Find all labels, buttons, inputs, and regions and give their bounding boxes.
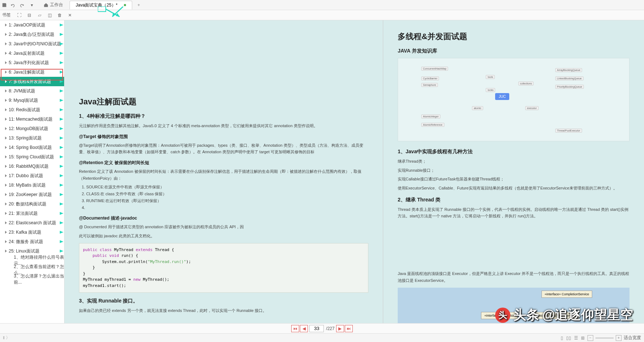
sidebar-item-label: 13: Spring面试题 [9,135,42,141]
sidebar-item[interactable]: 10: Redis面试题 [0,105,64,114]
sidebar-item-label: 18: MyBatis 面试题 [9,182,46,188]
layout-double-icon[interactable]: ▯▯ [566,335,571,341]
dropdown-icon[interactable]: ▾ [28,1,36,9]
chevron-right-icon [5,221,7,224]
trash-icon[interactable]: 🗑 [57,12,63,18]
sidebar-item[interactable]: 8: JVM面试题 [0,86,64,96]
sidebar-subitem[interactable]: 3、怎么清屏？怎么退出当前... [0,275,64,284]
tab-title: Java面试宝典（25）* [76,2,117,8]
sidebar-item-label: 21: 算法面试题 [9,210,38,217]
sidebar-item[interactable]: 16: RabbitMQ面试题 [0,162,64,171]
sidebar-item[interactable]: 18: MyBatis 面试题 [0,180,64,190]
chevron-right-icon [5,108,7,111]
new-tab-button[interactable]: + [135,3,142,8]
body-text: 此可以被例如 javadoc 此类的工具文档化。 [79,233,368,239]
uml-diagram: «interface» CompletionService «interface… [398,288,630,324]
chevron-right-icon [5,42,7,45]
sidebar-item-label: 7: 多线程&并发面试题 [9,79,51,85]
body-text: 继承Thread类； [398,158,630,165]
page-total: /227 [326,326,334,331]
sidebar-item[interactable]: 19: ZooKeeper 面试题 [0,190,64,199]
uml-box: «interface» Executor [481,312,518,319]
body-text: 元注解的作用是负责注解其他注解。Java5.0 定义了 4 个标准的 meta-… [79,122,368,129]
chevron-right-icon [5,146,7,149]
list-item: SOURCE:在源文件中有效（即源文件保留） [86,184,368,191]
sidebar-item[interactable]: 3: Java中的IO与NIO面试题 [0,39,64,49]
sidebar-item-label: 1: JavaOOP面试题 [9,22,45,28]
next-page-button[interactable]: ▶ [336,325,344,332]
chevron-right-icon [5,193,7,196]
body-text: @ Documented 用于描述其它类型的 annotation 应该被作为被… [79,224,368,230]
chevron-right-icon [5,137,7,139]
sidebar-item[interactable]: 5: Java序列化面试题 [0,58,64,67]
uml-box: ExecutorCompletionService [532,312,579,319]
layout-grid-icon[interactable]: ⊞ [581,335,585,341]
bookmark-sidebar[interactable]: 1: JavaOOP面试题2: Java集合/泛型面试题3: Java中的IO与… [0,20,64,323]
sidebar-item[interactable]: 14: Spring Boot面试题 [0,143,64,152]
subheading: @Documented 描述-javadoc [79,215,368,221]
sidebar-item[interactable]: 15: Spring Cloud面试题 [0,152,64,162]
question-heading: 1、Java中实现多线程有几种方法 [398,149,630,155]
sidebar-item[interactable]: 9: Mysql面试题 [0,96,64,105]
sidebar-item-label: 12: MongoDB面试题 [9,126,48,132]
expand-icon[interactable]: ⛶ [16,12,22,18]
sidebar-item[interactable]: 7: 多线程&并发面试题 [0,77,64,86]
layout-single-icon[interactable]: ▯ [561,335,563,341]
document-viewport[interactable]: Java注解面试题 1、4种标准元注解是哪四种？ 元注解的作用是负责注解其他注解… [64,20,644,323]
chevron-right-icon [5,99,7,102]
question-heading: 2、继承 Thread 类 [398,197,630,203]
sidebar-item-label: 14: Spring Boot面试题 [9,145,52,151]
page-icon[interactable]: ▱ [36,12,43,18]
sidebar-item[interactable]: 23: Kafka 面试题 [0,228,64,237]
body-text: 实现Callable接口通过FutureTask包装器来创建Thread线程； [398,176,630,183]
question-heading: 3、实现 Runnable 接口。 [79,298,368,304]
sidebar-item[interactable]: 13: Spring面试题 [0,133,64,143]
document-tab[interactable]: Java面试宝典（25）* [70,1,132,9]
body-text: Thread 类本质上是实现了 Runnable 接口的一个实例，代表一个线程的… [398,206,630,220]
sidebar-item-label: 17: Dubbo 面试题 [9,173,43,179]
last-page-button[interactable]: ⏭ [345,325,353,332]
home-tab[interactable]: 工作台 [40,0,67,10]
ordered-list: SOURCE:在源文件中有效（即源文件保留） CLASS:在 class 文件中… [86,184,368,211]
chevron-right-icon [5,203,7,205]
chevron-right-icon [5,250,7,253]
zoom-in-button[interactable]: + [616,335,622,341]
list-item: RUNTIME:在运行时有效（即运行时保留） [86,197,368,204]
list-item: CLASS:在 class 文件中有效（即 class 保留） [86,191,368,197]
body-text: 实现Runnable接口； [398,167,630,174]
sidebar-item[interactable]: 4: Java反射面试题 [0,49,64,58]
sidebar-item[interactable]: 11: Memcached面试题 [0,114,64,124]
layout-continuous-icon[interactable]: ☰ [574,335,578,341]
chevron-right-icon [5,61,7,64]
bookmark-icon[interactable]: ◫ [46,12,53,18]
sidebar-item[interactable]: 24: 微服务 面试题 [0,237,64,246]
zoom-slider[interactable] [595,338,614,338]
page-navigation: ⏮ ◀ /227 ▶ ⏭ [0,323,644,333]
sidebar-item[interactable]: 12: MongoDB面试题 [0,124,64,133]
sidebar-item[interactable]: 17: Dubbo 面试题 [0,171,64,180]
first-page-button[interactable]: ⏮ [291,325,299,332]
chevron-right-icon [5,80,7,83]
prev-page-button[interactable]: ◀ [300,325,308,332]
redo-icon[interactable] [17,1,26,9]
body-text: Retention 定义了该 Annotation 被保留的时间长短：表示需要在… [79,168,368,182]
sidebar-item[interactable]: 1: JavaOOP面试题 [0,20,64,30]
body-text: Java 里面线程池的顶级接口是 Executor，但是严格意义上讲 Execu… [398,270,630,284]
sidebar-item[interactable]: 21: 算法面试题 [0,209,64,218]
collapse-icon[interactable]: ⊟ [26,12,33,18]
sidebar-item[interactable]: 20: 数据结构面试题 [0,199,64,209]
resize-handle-icon[interactable]: ⦀ 〉 [3,335,10,341]
sidebar-item[interactable]: 22: Elasticsearch 面试题 [0,218,64,228]
chevron-right-icon [5,184,7,187]
zoom-out-button[interactable]: − [587,335,593,341]
save-icon[interactable] [0,1,9,9]
sidebar-item-label: 3、怎么清屏？怎么退出当前... [14,273,64,285]
sidebar-item[interactable]: 6: Java注解面试题 [0,67,64,77]
bookmark-toolbar: 书签 ⛶ ⊟ ▱ ◫ 🗑 ✕ [0,10,644,20]
sidebar-item-label: 16: RabbitMQ面试题 [9,163,49,170]
page-number-input[interactable] [309,325,324,332]
sidebar-item-label: 25: Linux面试题 [9,248,39,254]
undo-icon[interactable] [9,1,17,9]
close-panel-icon[interactable]: ✕ [67,12,73,18]
sidebar-item[interactable]: 2: Java集合/泛型面试题 [0,30,64,39]
